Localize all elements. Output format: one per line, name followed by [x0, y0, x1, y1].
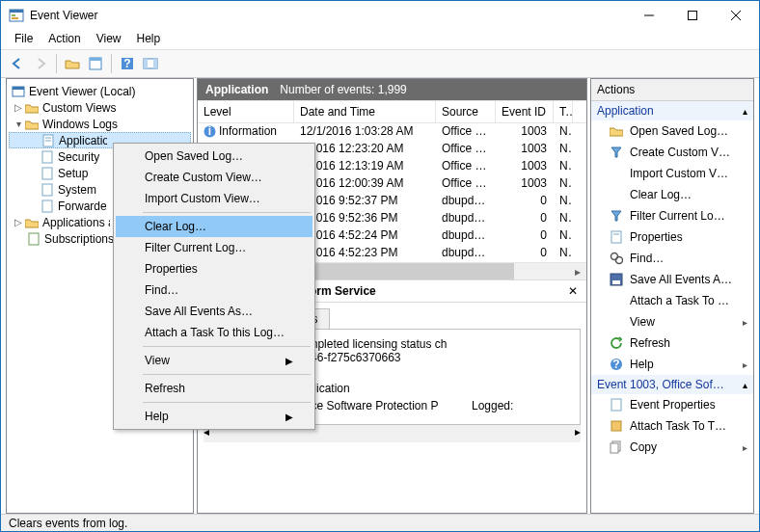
- action-item[interactable]: Find…: [591, 248, 753, 269]
- action-item[interactable]: Create Custom V…: [591, 142, 753, 163]
- context-menu-item[interactable]: Refresh: [116, 378, 312, 399]
- collapse-icon[interactable]: ▾: [13, 119, 24, 129]
- action-icon: [609, 439, 624, 455]
- scroll-right-icon[interactable]: ▸: [569, 263, 586, 279]
- panel-button[interactable]: [140, 53, 161, 74]
- menu-file[interactable]: File: [7, 30, 41, 49]
- help-button[interactable]: ?: [117, 53, 138, 74]
- action-label: Attach a Task To …: [630, 294, 747, 307]
- menu-item-label: Clear Log…: [145, 220, 206, 233]
- action-item[interactable]: Event Properties: [591, 394, 753, 415]
- svg-rect-27: [611, 231, 621, 243]
- grid-header[interactable]: Level Date and Time Source Event ID Task: [198, 100, 586, 123]
- svg-rect-21: [42, 168, 52, 179]
- forward-button[interactable]: [30, 53, 51, 74]
- menu-item-label: Save All Events As…: [145, 305, 253, 318]
- menu-view[interactable]: View: [89, 30, 129, 49]
- action-label: View: [630, 315, 737, 329]
- table-row[interactable]: iInformation 12/1/2016 1:03:28 AM Office…: [198, 123, 586, 141]
- close-detail-button[interactable]: ✕: [565, 284, 581, 298]
- menu-help[interactable]: Help: [129, 30, 169, 49]
- content-title: Application: [205, 83, 268, 96]
- menu-item-label: Find…: [145, 283, 178, 297]
- cell-task: N: [554, 141, 573, 158]
- back-button[interactable]: [7, 53, 28, 74]
- menu-action[interactable]: Action: [41, 30, 88, 49]
- menu-item-label: Open Saved Log…: [145, 149, 243, 163]
- context-menu-item[interactable]: Properties: [116, 258, 312, 279]
- action-icon: [609, 272, 624, 287]
- tree-custom-views[interactable]: ▷ Custom Views: [9, 99, 191, 116]
- tree-label: Subscriptions: [44, 232, 114, 246]
- col-eventid[interactable]: Event ID: [496, 101, 554, 122]
- action-item[interactable]: Import Custom V…: [591, 163, 753, 184]
- collapse-icon[interactable]: ▴: [743, 106, 747, 117]
- collapse-icon[interactable]: ▴: [743, 380, 747, 390]
- col-task[interactable]: Task: [554, 101, 573, 122]
- col-source[interactable]: Source: [436, 101, 496, 122]
- action-item[interactable]: Clear Log…: [591, 184, 753, 205]
- toolbar-separator: [56, 54, 57, 73]
- menu-separator: [143, 402, 311, 403]
- action-label: Copy: [630, 440, 737, 454]
- svg-rect-1: [10, 10, 23, 13]
- maximize-button[interactable]: [670, 2, 714, 29]
- cell-source: dbupd…: [436, 193, 496, 210]
- action-item[interactable]: View▸: [591, 311, 753, 332]
- cell-source: Office …: [436, 123, 496, 141]
- context-menu-item[interactable]: Filter Current Log…: [116, 237, 312, 258]
- app-icon: [9, 8, 24, 23]
- cell-task: N: [554, 210, 573, 227]
- tree-root[interactable]: Event Viewer (Local): [9, 83, 191, 99]
- actions-section-event[interactable]: Event 1003, Office Sof… ▴: [591, 375, 753, 394]
- col-level[interactable]: Level: [198, 101, 294, 122]
- svg-rect-3: [12, 17, 18, 19]
- menubar: File Action View Help: [1, 30, 759, 49]
- action-item[interactable]: Attach a Task To …: [591, 290, 753, 311]
- minimize-button[interactable]: [627, 2, 670, 29]
- tree-windows-logs[interactable]: ▾ Windows Logs: [9, 116, 191, 132]
- action-item[interactable]: ?Help▸: [591, 354, 753, 375]
- cell-date: 0/2016 4:52:24 PM: [294, 227, 436, 245]
- context-menu-item[interactable]: Attach a Task To this Log…: [116, 322, 312, 343]
- tree-label: Security: [58, 150, 99, 164]
- cell-task: N: [554, 193, 573, 210]
- action-item[interactable]: Save All Events A…: [591, 269, 753, 290]
- context-menu-item[interactable]: Help▶: [116, 406, 312, 427]
- cell-task: N: [554, 123, 573, 141]
- toolbar: ?: [1, 49, 759, 78]
- actions-section-application[interactable]: Application ▴: [591, 101, 753, 120]
- action-label: Save All Events A…: [630, 273, 747, 286]
- scroll-right-icon[interactable]: ▸: [575, 425, 581, 442]
- context-menu[interactable]: Open Saved Log…Create Custom View…Import…: [113, 143, 315, 430]
- tree-label: System: [58, 183, 96, 197]
- folder-button[interactable]: [62, 53, 83, 74]
- col-date[interactable]: Date and Time: [294, 101, 436, 122]
- cell-source: dbupd…: [436, 227, 496, 245]
- menu-item-label: Help: [145, 410, 169, 423]
- action-item[interactable]: Properties: [591, 226, 753, 248]
- action-icon: [609, 293, 624, 308]
- action-item[interactable]: Copy▸: [591, 437, 753, 458]
- context-menu-item[interactable]: Find…: [116, 279, 312, 301]
- properties-button[interactable]: [85, 53, 106, 74]
- chevron-right-icon: ▶: [285, 412, 293, 422]
- titlebar: Event Viewer: [1, 1, 759, 30]
- context-menu-item[interactable]: Clear Log…: [116, 216, 312, 237]
- action-item[interactable]: Open Saved Log…: [591, 120, 753, 142]
- action-item[interactable]: Refresh: [591, 332, 753, 354]
- action-item[interactable]: Attach Task To T…: [591, 415, 753, 437]
- context-menu-item[interactable]: Create Custom View…: [116, 167, 312, 188]
- context-menu-item[interactable]: Open Saved Log…: [116, 146, 312, 167]
- close-button[interactable]: [714, 2, 757, 29]
- context-menu-item[interactable]: Import Custom View…: [116, 188, 312, 209]
- context-menu-item[interactable]: Save All Events As…: [116, 301, 312, 322]
- action-item[interactable]: Filter Current Lo…: [591, 205, 753, 226]
- cell-eventid: 0: [496, 245, 554, 262]
- expand-icon[interactable]: ▷: [13, 217, 24, 227]
- cell-eventid: 0: [496, 193, 554, 210]
- context-menu-item[interactable]: View▶: [116, 350, 312, 371]
- expand-icon[interactable]: ▷: [13, 102, 24, 113]
- cell-task: N: [554, 158, 573, 175]
- action-icon: [609, 335, 624, 351]
